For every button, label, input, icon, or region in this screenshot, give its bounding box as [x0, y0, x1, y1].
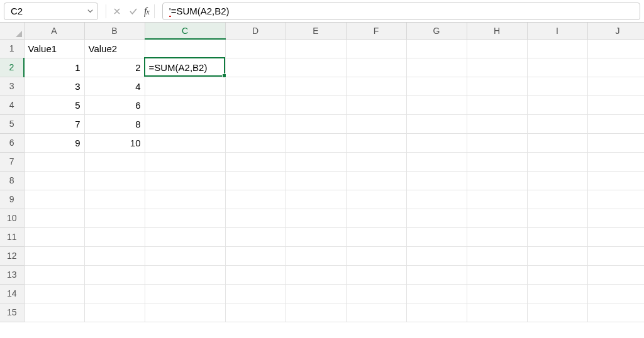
- cell-F8[interactable]: [346, 171, 406, 190]
- cell-H13[interactable]: [467, 265, 527, 284]
- spreadsheet-grid[interactable]: ABCDEFGHIJ 1Value1Value2212=SUM(A2,B2)33…: [0, 23, 644, 322]
- cell-E11[interactable]: [286, 227, 346, 246]
- row-header-13[interactable]: 13: [0, 265, 24, 284]
- cell-J8[interactable]: [587, 171, 644, 190]
- cell-J13[interactable]: [587, 265, 644, 284]
- row-header-5[interactable]: 5: [0, 114, 24, 133]
- cell-D14[interactable]: [225, 284, 286, 303]
- cell-E13[interactable]: [286, 265, 346, 284]
- cell-C11[interactable]: [145, 227, 225, 246]
- row-header-3[interactable]: 3: [0, 77, 24, 95]
- cell-B9[interactable]: [84, 190, 145, 209]
- cell-E1[interactable]: [286, 39, 346, 58]
- cell-F14[interactable]: [346, 284, 406, 303]
- cell-B12[interactable]: [84, 246, 145, 265]
- cell-B5[interactable]: 8: [84, 114, 145, 133]
- cell-J1[interactable]: [587, 39, 644, 58]
- cell-G5[interactable]: [406, 114, 467, 133]
- column-header-C[interactable]: C: [145, 23, 225, 39]
- cell-F15[interactable]: [346, 303, 406, 322]
- cell-I5[interactable]: [527, 114, 587, 133]
- cell-I2[interactable]: [527, 58, 587, 77]
- cell-G14[interactable]: [406, 284, 467, 303]
- cell-C3[interactable]: [145, 77, 225, 95]
- cell-F4[interactable]: [346, 95, 406, 114]
- cell-B4[interactable]: 6: [84, 95, 145, 114]
- cell-D12[interactable]: [225, 246, 286, 265]
- cell-A10[interactable]: [24, 209, 84, 227]
- cell-D11[interactable]: [225, 227, 286, 246]
- column-header-E[interactable]: E: [286, 23, 346, 39]
- cell-E9[interactable]: [286, 190, 346, 209]
- cell-A3[interactable]: 3: [24, 77, 84, 95]
- cell-G2[interactable]: [406, 58, 467, 77]
- cell-H4[interactable]: [467, 95, 527, 114]
- cell-I3[interactable]: [527, 77, 587, 95]
- enter-icon[interactable]: [128, 6, 139, 17]
- cell-D4[interactable]: [225, 95, 286, 114]
- cell-A7[interactable]: [24, 152, 84, 171]
- cell-H12[interactable]: [467, 246, 527, 265]
- cell-G7[interactable]: [406, 152, 467, 171]
- cell-H5[interactable]: [467, 114, 527, 133]
- chevron-down-icon[interactable]: [86, 8, 94, 15]
- cell-B3[interactable]: 4: [84, 77, 145, 95]
- row-header-10[interactable]: 10: [0, 209, 24, 227]
- cell-F1[interactable]: [346, 39, 406, 58]
- cell-G11[interactable]: [406, 227, 467, 246]
- cell-A8[interactable]: [24, 171, 84, 190]
- cell-B14[interactable]: [84, 284, 145, 303]
- column-header-J[interactable]: J: [587, 23, 644, 39]
- cell-E5[interactable]: [286, 114, 346, 133]
- cell-I7[interactable]: [527, 152, 587, 171]
- cell-H15[interactable]: [467, 303, 527, 322]
- cell-J5[interactable]: [587, 114, 644, 133]
- row-header-11[interactable]: 11: [0, 227, 24, 246]
- cell-D15[interactable]: [225, 303, 286, 322]
- cell-B10[interactable]: [84, 209, 145, 227]
- cell-A9[interactable]: [24, 190, 84, 209]
- cell-H10[interactable]: [467, 209, 527, 227]
- cell-F10[interactable]: [346, 209, 406, 227]
- cell-C8[interactable]: [145, 171, 225, 190]
- cell-B13[interactable]: [84, 265, 145, 284]
- column-header-H[interactable]: H: [467, 23, 527, 39]
- cell-I15[interactable]: [527, 303, 587, 322]
- column-header-I[interactable]: I: [527, 23, 587, 39]
- cell-H6[interactable]: [467, 133, 527, 152]
- cell-I8[interactable]: [527, 171, 587, 190]
- cell-C7[interactable]: [145, 152, 225, 171]
- cell-F12[interactable]: [346, 246, 406, 265]
- cell-B8[interactable]: [84, 171, 145, 190]
- cell-G13[interactable]: [406, 265, 467, 284]
- cell-G10[interactable]: [406, 209, 467, 227]
- cell-G15[interactable]: [406, 303, 467, 322]
- cell-I1[interactable]: [527, 39, 587, 58]
- cell-F13[interactable]: [346, 265, 406, 284]
- cell-D10[interactable]: [225, 209, 286, 227]
- cell-C14[interactable]: [145, 284, 225, 303]
- row-header-4[interactable]: 4: [0, 95, 24, 114]
- row-header-15[interactable]: 15: [0, 303, 24, 322]
- cell-J6[interactable]: [587, 133, 644, 152]
- cell-C4[interactable]: [145, 95, 225, 114]
- cell-C10[interactable]: [145, 209, 225, 227]
- cell-H11[interactable]: [467, 227, 527, 246]
- row-header-2[interactable]: 2: [0, 58, 24, 77]
- cell-B1[interactable]: Value2: [84, 39, 145, 58]
- cell-J11[interactable]: [587, 227, 644, 246]
- cell-E2[interactable]: [286, 58, 346, 77]
- column-header-D[interactable]: D: [225, 23, 286, 39]
- cell-F6[interactable]: [346, 133, 406, 152]
- cell-J14[interactable]: [587, 284, 644, 303]
- cell-D6[interactable]: [225, 133, 286, 152]
- cell-B7[interactable]: [84, 152, 145, 171]
- row-header-8[interactable]: 8: [0, 171, 24, 190]
- column-header-G[interactable]: G: [406, 23, 467, 39]
- cell-E6[interactable]: [286, 133, 346, 152]
- cell-A11[interactable]: [24, 227, 84, 246]
- cell-G12[interactable]: [406, 246, 467, 265]
- row-header-14[interactable]: 14: [0, 284, 24, 303]
- cell-H2[interactable]: [467, 58, 527, 77]
- cell-A4[interactable]: 5: [24, 95, 84, 114]
